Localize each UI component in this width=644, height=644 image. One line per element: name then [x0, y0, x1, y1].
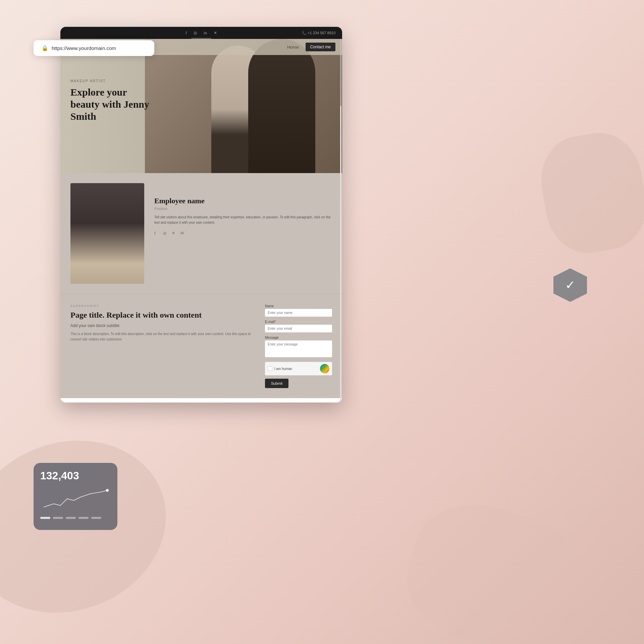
- analytics-dots: [40, 517, 111, 519]
- contact-form: Name E-mail* Message I am human Submit: [265, 304, 332, 388]
- instagram-icon[interactable]: ◎: [194, 31, 197, 36]
- email-label: E-mail*: [265, 320, 332, 324]
- analytics-dot: [91, 517, 101, 519]
- bg-shape-2: [395, 490, 591, 644]
- employee-twitter-icon[interactable]: ✕: [172, 231, 178, 237]
- hero-person-artist: [248, 39, 315, 173]
- page-superscript: SUPERSCRIPT: [70, 304, 255, 308]
- hero-title: Explore your beauty with Jenny Smith: [70, 86, 158, 122]
- browser-scrollbar[interactable]: [340, 39, 341, 402]
- nav-home-link[interactable]: Home: [287, 45, 299, 50]
- analytics-widget: 132,403: [34, 463, 117, 530]
- analytics-dot: [78, 517, 89, 519]
- hero-content: MAKEUP ARTIST Explore your beauty with J…: [70, 79, 158, 122]
- browser-window: f ◎ in ✕ 📞 +1 234 567 8910 Home Contact …: [60, 27, 342, 402]
- bottom-section: SUPERSCRIPT Page title. Replace it with …: [60, 294, 342, 398]
- page-description: This is a block description. To edit thi…: [70, 331, 255, 342]
- analytics-dot: [66, 517, 76, 519]
- analytics-chart: [40, 485, 111, 512]
- captcha-checkbox[interactable]: [268, 366, 272, 371]
- url-text: https://www.yourdomain.com: [52, 45, 116, 51]
- recaptcha-logo: [320, 364, 329, 373]
- message-field: Message: [265, 336, 332, 359]
- twitter-icon[interactable]: ✕: [214, 31, 217, 36]
- employee-photo: [70, 183, 144, 284]
- employee-bio: Tell site visitors about this employee, …: [154, 215, 332, 225]
- lock-icon: 🔒: [42, 45, 48, 51]
- security-checkmark: ✓: [565, 278, 575, 292]
- hero-subtitle: MAKEUP ARTIST: [70, 79, 158, 83]
- security-badge: ✓: [553, 268, 587, 302]
- hero-section: Home Contact me MAKEUP ARTIST Explore yo…: [60, 39, 342, 173]
- nav-contact-button[interactable]: Contact me: [306, 43, 335, 51]
- employee-facebook-icon[interactable]: f: [154, 231, 160, 237]
- employee-name: Employee name: [154, 197, 332, 205]
- page-title: Page title. Replace it with own content: [70, 310, 255, 320]
- employee-info: Employee name Position Tell site visitor…: [154, 183, 332, 237]
- captcha-label: I am human: [274, 367, 318, 371]
- browser-topbar: f ◎ in ✕ 📞 +1 234 567 8910: [60, 27, 342, 39]
- url-bar: 🔒 https://www.yourdomain.com: [34, 40, 154, 56]
- name-field: Name: [265, 304, 332, 317]
- employee-email-icon[interactable]: ✉: [180, 231, 186, 237]
- analytics-dot: [40, 517, 50, 519]
- bg-shape-3: [534, 126, 644, 260]
- employee-socials: f ◎ ✕ ✉: [154, 231, 332, 237]
- employee-section: Employee name Position Tell site visitor…: [60, 173, 342, 294]
- page-content: SUPERSCRIPT Page title. Replace it with …: [70, 304, 255, 388]
- phone-number: 📞 +1 234 567 8910: [302, 31, 335, 35]
- email-input[interactable]: [265, 325, 332, 332]
- analytics-dot: [53, 517, 63, 519]
- message-input[interactable]: [265, 340, 332, 357]
- employee-instagram-icon[interactable]: ◎: [163, 231, 169, 237]
- name-label: Name: [265, 304, 332, 308]
- submit-button[interactable]: Submit: [265, 379, 288, 388]
- page-subtitle: Add your own block subtitle: [70, 323, 255, 328]
- svg-point-0: [106, 489, 109, 492]
- facebook-icon[interactable]: f: [185, 31, 187, 36]
- analytics-number: 132,403: [40, 470, 111, 482]
- employee-position: Position: [154, 207, 332, 211]
- email-field-container: E-mail*: [265, 320, 332, 332]
- captcha-row: I am human: [265, 362, 332, 375]
- hero-bg-image: [145, 39, 342, 173]
- message-label: Message: [265, 336, 332, 339]
- linkedin-icon[interactable]: in: [204, 31, 207, 36]
- name-input[interactable]: [265, 309, 332, 317]
